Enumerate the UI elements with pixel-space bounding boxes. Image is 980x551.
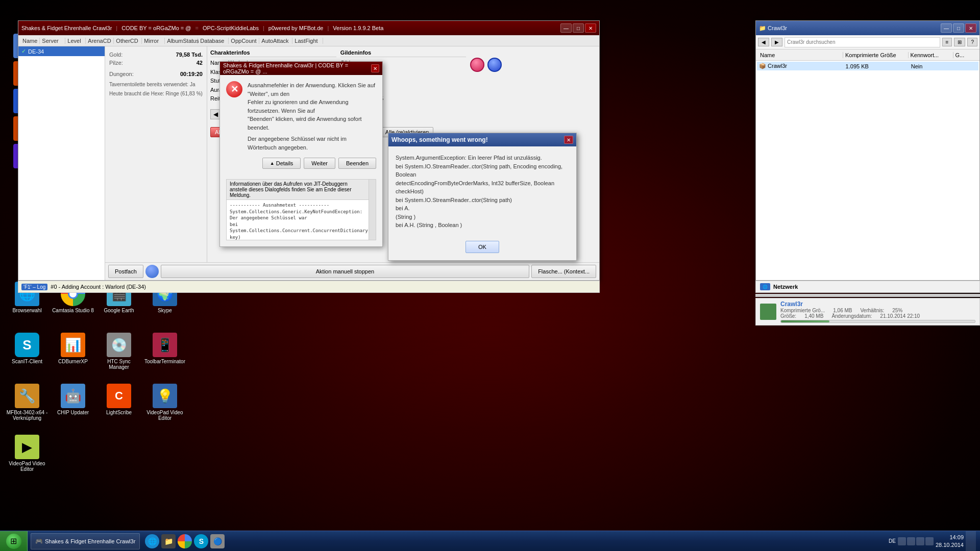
gold-section: Gold: 79,58 Tsd. Pilze: 42 [109,51,203,67]
error-dialog-2-title: Whoops, something went wrong! [391,136,488,143]
fm-progress-bar [781,320,829,322]
col-level: Level [65,38,86,44]
taskbar-chrome-button[interactable] [178,534,192,548]
error2-line3: detectEncodingFromByteOrderMarks, Int32 … [396,179,569,196]
details-button[interactable]: ▲ Details [262,158,301,169]
fm-ratio-val: 25% [892,308,902,313]
tavern-used: Tavernentoilette bereits verwendet: Ja [109,81,203,88]
taskbar-extra-button[interactable]: 🔵 [210,534,225,548]
resource-info-panel: Gold: 79,58 Tsd. Pilze: 42 Dungeon: 00:1… [105,46,207,262]
fm-network-row: 🌐 Netzwerk [755,281,980,293]
taskbar-explorer-button[interactable]: 📁 [161,534,176,548]
maximize-button[interactable]: □ [573,23,584,33]
col-name: Name [20,38,40,44]
fm-search-input[interactable] [785,37,940,47]
fm-close-button[interactable]: ✕ [965,23,976,33]
fm-compress-label: Komprimierte Grö... [780,308,825,313]
potion2-icon [487,58,502,72]
minimize-button[interactable]: — [560,23,572,33]
fm-bottom-status: 🌐 Netzwerk Crawl3r Komprimierte Grö... 1… [755,281,980,325]
start-button[interactable]: ⊞ [0,531,28,552]
chat-icon[interactable] [145,265,159,278]
account-row-de34[interactable]: ✓ DE-34 [18,46,105,56]
tray-icons: DE [888,537,934,545]
fm-file-info-row: Crawl3r Komprimierte Grö... 1,06 MB Verh… [755,298,980,325]
gold-value: 79,58 Tsd. [176,52,203,58]
dungeon-value: 00:19:20 [180,71,203,77]
tray-icon-3 [916,537,924,545]
account-list-panel: ✓ DE-34 [18,46,105,280]
taskbar: ⊞ 🎮 Shakes & Fidget Ehrenhalle Crawl3r 🌐… [0,531,980,551]
fm-col-g: G... [953,52,978,58]
desktop-icon-lightscribe[interactable]: 💡 VideoPad Video Editor [142,382,188,433]
tray-time: 14:09 [936,534,964,541]
desktop-icon-skype[interactable]: S ScanIT-Client [4,331,50,382]
fm-file-size-row: Größe: 1,40 MB Änderungsdatum: 21.10.201… [780,313,975,319]
stop-action-button[interactable]: Aktion manuell stoppen [161,265,529,278]
show-desktop-button[interactable] [966,531,976,552]
fm-column-header: Name Komprimierte Größe Kennwort... G... [756,49,979,61]
fm-progress-bar-container [780,320,975,323]
fm-col-name: Name [758,52,843,58]
fm-scrollbar[interactable] [755,294,980,297]
col-othercd: OtherCD [114,38,142,44]
taskbar-item-app[interactable]: 🎮 Shakes & Fidget Ehrenhalle Crawl3r [31,533,140,549]
error-dialog-1-title: Shakes & Fidget Ehrenhalle Crawl3r | COD… [223,62,371,74]
fm-file-row-crawl3r[interactable]: 📦 Crawl3r 1.095 KB Nein [757,62,978,70]
tavern-info: Tavernentoilette bereits verwendet: Ja H… [109,81,203,97]
ok-button[interactable]: OK [465,241,499,253]
error-dialog-2-footer: OK [388,237,576,260]
main-window-titlebar: Shakes & Fidget Ehrenhalle Crawl3r | COD… [18,21,599,35]
fm-col-kennwort: Kennwort... [909,52,953,58]
fm-forward-button[interactable]: ▶ [771,38,782,46]
gold-label: Gold: [109,52,122,58]
beenden-button[interactable]: Beenden [338,158,376,169]
error-dialog-1-buttons: ▲ Details Weiter Beenden [226,158,376,169]
desktop-icon-mfbot[interactable]: 🤖 CHIP Updater [50,382,96,433]
details-scrollbar[interactable] [369,180,376,240]
desktop-icon-htcsync[interactable]: 📱 ToolbarTerminator [142,331,188,382]
desktop-icon-scanit[interactable]: 📊 CDBurnerXP [50,331,96,382]
fm-file-thumbnail [760,304,776,320]
flask-button[interactable]: Flasche... (Kontext... [531,265,596,278]
fm-maximize-button[interactable]: □ [953,23,964,33]
close-button[interactable]: ✕ [585,23,596,33]
taskbar-app-label: Shakes & Fidget Ehrenhalle Crawl3r [45,538,135,544]
taskbar-skype-button[interactable]: S [194,534,208,548]
network-icon: 🌐 [760,283,770,290]
fm-minimize-button[interactable]: — [941,23,952,33]
fm-back-button[interactable]: ◀ [758,38,769,46]
error-dialog-2-close[interactable]: ✕ [564,136,573,144]
error2-line2: bei System.IO.StreamReader..ctor(String … [396,162,569,179]
taskbar-items: 🎮 Shakes & Fidget Ehrenhalle Crawl3r 🌐 📁… [28,531,884,551]
potion-icon [470,58,484,72]
desktop-icon-toolbar[interactable]: 🔧 MFBot-3402-x64 - Verknüpfung [4,382,50,433]
desktop-icon-videopad[interactable]: ▶ VideoPad Video Editor [4,433,50,484]
account-name: DE-34 [28,48,44,55]
tray-date: 28.10.2014 [936,541,964,548]
error-dialog-1-close[interactable]: ✕ [371,64,379,72]
col-lastfight: LastFight [292,38,323,44]
error2-line5: bei A. [396,204,569,213]
error-dialog-1-body: ✕ Ausnahmefehler in der Anwendung. Klick… [220,75,382,179]
hexe-info: Heute braucht die Hexe: Ringe (61,83 %) [109,90,203,97]
desktop-icon-chip[interactable]: C LightScribe [96,382,142,433]
desktop-icon-cdburner[interactable]: 💿 HTC Sync Manager [96,331,142,382]
taskbar-ie-button[interactable]: 🌐 [145,534,159,548]
weiter-button[interactable]: Weiter [304,158,335,169]
error-dialog-1-text: Ausnahmefehler in der Anwendung. Klicken… [248,81,376,152]
postbox-button[interactable]: Postfach [108,265,143,278]
taskbar-app-icon: 🎮 [35,538,43,545]
log-text: #0 - Adding Account : Warlord (DE-34) [51,284,146,290]
decrement-button[interactable]: ◀ [210,109,220,119]
error-dialog-2-titlebar: Whoops, something went wrong! ✕ [388,133,576,146]
drinks-block [470,49,596,104]
start-orb-icon: ⊞ [6,534,21,549]
details-content: ----------- Ausnahmetext ----------- Sys… [227,200,376,240]
fm-file-name: 📦 Crawl3r [759,63,844,69]
main-window-controls: — □ ✕ [560,23,596,33]
fm-help-button[interactable]: ? [967,38,977,46]
fm-grid-button[interactable]: ⊞ [954,38,965,46]
fm-view-button[interactable]: ≡ [942,38,952,46]
error2-line4: bei System.IO.StreamReader..ctor(String … [396,196,569,205]
